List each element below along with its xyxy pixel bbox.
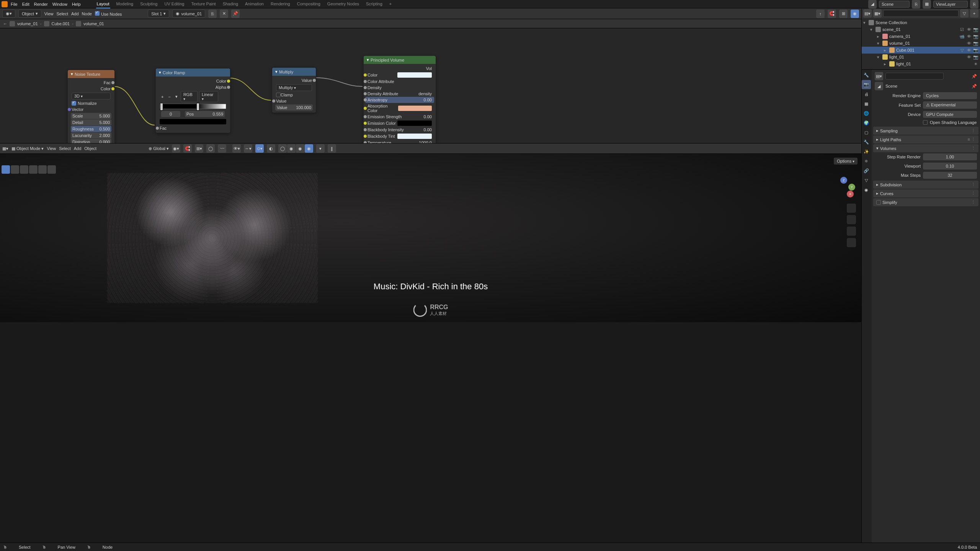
max-steps-field[interactable]: 32 (923, 172, 977, 179)
outliner-type-dropdown[interactable]: ▤▾ (863, 9, 872, 18)
tab-object[interactable]: ▢ (862, 128, 871, 137)
render-toggle[interactable]: 📷 (973, 27, 978, 32)
axis-x[interactable]: X (847, 191, 854, 197)
ramp-menu-button[interactable]: ▾ (174, 94, 179, 99)
object-mode-dropdown[interactable]: Object ▾ (18, 10, 41, 18)
detail-field[interactable]: Detail5.000 (71, 119, 111, 126)
tab-tool[interactable]: 🔧 (862, 70, 871, 80)
tool-transform[interactable] (47, 165, 56, 174)
overlay-button[interactable]: ⊙▾ (255, 144, 264, 153)
tab-particles[interactable]: ✨ (862, 147, 871, 156)
scene-icon[interactable]: ◢ (868, 0, 877, 8)
tab-constraints[interactable]: 🔗 (862, 166, 871, 175)
breadcrumb-mesh[interactable]: Cube.001 (52, 21, 70, 26)
object-camera[interactable]: camera_01 (889, 34, 910, 39)
density-attr-value[interactable]: density (418, 91, 432, 96)
tab-sculpting[interactable]: Sculpting (139, 0, 158, 8)
lacunarity-field[interactable]: Lacunarity2.000 (71, 132, 111, 139)
shading-solid[interactable]: ◉ (287, 144, 296, 153)
render-engine-dropdown[interactable]: Cycles (923, 92, 977, 99)
tool-select[interactable] (2, 165, 10, 174)
menu-file[interactable]: File (11, 2, 18, 7)
ramp-add-button[interactable]: + (160, 95, 165, 99)
outliner-new-coll[interactable]: + (970, 9, 978, 18)
volumes-section[interactable]: ▾ Volumes⋮ (873, 144, 978, 152)
absorption-swatch[interactable] (398, 106, 432, 111)
tab-physics[interactable]: ⚛ (862, 156, 871, 166)
nav-gizmo[interactable]: Z Y X (832, 177, 855, 200)
material-new-button[interactable]: ⎘ (208, 10, 217, 18)
ramp-remove-button[interactable]: − (167, 95, 172, 99)
menu-add[interactable]: Add (71, 11, 79, 16)
feature-set-dropdown[interactable]: ⚠ Experimental (923, 101, 977, 109)
object-cube[interactable]: Cube.001 (896, 48, 915, 52)
noise-texture-node[interactable]: ▾ Noise Texture Fac Color 3D ▾ Normalize… (67, 70, 115, 143)
light-data[interactable]: light_01 (896, 62, 911, 66)
principled-volume-node[interactable]: ▾ Principled Volume Vol Color Color Attr… (363, 55, 436, 143)
axis-y[interactable]: Y (848, 184, 855, 191)
dimensions-dropdown[interactable]: 3D ▾ (72, 93, 111, 99)
snap-toggle[interactable]: 🧲 (183, 144, 192, 153)
pan-icon[interactable] (847, 215, 856, 224)
options-dropdown[interactable]: Options ▾ (834, 158, 858, 165)
tool-move[interactable] (20, 165, 28, 174)
parent-node-button[interactable]: ↑ (816, 10, 825, 18)
tab-animation[interactable]: Animation (244, 0, 265, 8)
exclude-toggle[interactable]: ☑ (959, 27, 965, 32)
emission-strength-value[interactable]: 0.00 (424, 114, 432, 119)
add-workspace-button[interactable]: + (389, 0, 392, 8)
subdivision-section[interactable]: ▸ Subdivision⋮ (873, 181, 978, 189)
menu-select[interactable]: Select (56, 11, 68, 16)
tab-geonodes[interactable]: Geometry Nodes (327, 0, 360, 8)
shading-preview-button[interactable]: ◉ (851, 10, 859, 18)
pivot-button[interactable]: ◉▾ (172, 144, 180, 153)
tab-render[interactable]: 📷 (862, 80, 871, 89)
ramp-colormode-dropdown[interactable]: RGB ▾ (181, 91, 198, 102)
viewlayer-icon[interactable]: ▦ (923, 0, 931, 8)
scene-name[interactable]: Scene (885, 84, 897, 88)
orientation-dropdown[interactable]: ⊕ Global ▾ (149, 146, 169, 151)
viewlayer-new-button[interactable]: ⎘ (970, 0, 978, 8)
shading-rendered[interactable]: ◉ (305, 144, 313, 153)
ramp-interp-dropdown[interactable]: Linear ▾ (199, 91, 218, 102)
tab-compositing[interactable]: Compositing (296, 0, 321, 8)
use-nodes-checkbox[interactable]: Use Nodes (95, 11, 122, 16)
mode-dropdown[interactable]: ▦ Object Mode ▾ (11, 146, 44, 151)
tool-cursor[interactable] (11, 165, 19, 174)
render-toggle[interactable]: 📷 (973, 48, 978, 53)
blackbody-intensity-value[interactable]: 0.00 (424, 127, 432, 132)
viewport-step-field[interactable]: 0.10 (923, 163, 977, 170)
proportional-type-button[interactable]: 〰 (218, 144, 226, 153)
tab-output[interactable]: 🖨 (862, 90, 871, 99)
object-light[interactable]: light_01 (889, 55, 904, 59)
anisotropy-value[interactable]: 0.00 (424, 98, 432, 102)
tool-scale[interactable] (38, 165, 47, 174)
outliner-view-dropdown[interactable]: ▦▾ (873, 9, 882, 18)
color-ramp-node[interactable]: ▾ Color Ramp Color Alpha + − ▾ RGB ▾ Lin… (155, 68, 230, 133)
light-paths-section[interactable]: ▸ Light Paths≡ ⋮ (873, 135, 978, 143)
scene-new-button[interactable]: ⎘ (912, 0, 920, 8)
ramp-index-field[interactable]: 0 (161, 111, 180, 117)
pause-render[interactable]: ‖ (328, 144, 336, 153)
shading-wireframe[interactable]: ◯ (278, 144, 287, 153)
breadcrumb-object[interactable]: volume_01 (17, 21, 38, 26)
xray-button[interactable]: ◐ (267, 144, 275, 153)
render-toggle[interactable]: 📷 (973, 55, 978, 60)
material-dropdown[interactable]: ◉ volume_01 (172, 10, 205, 18)
eye-toggle[interactable]: 👁 (966, 27, 972, 32)
3d-viewport[interactable]: Options ▾ Z Y X Music: DivKid - Rich in … (0, 154, 861, 322)
scale-field[interactable]: Scale5.000 (71, 113, 111, 119)
render-toggle[interactable]: 📷 (973, 34, 978, 39)
value-field[interactable]: Value100.000 (275, 104, 313, 111)
object-volume[interactable]: volume_01 (889, 41, 910, 46)
eye-toggle[interactable]: 👁 (966, 55, 972, 60)
node-header[interactable]: ▾ Multiply (272, 68, 316, 76)
multiply-node[interactable]: ▾ Multiply Value Multiply ▾ Clamp Value … (272, 67, 316, 113)
eye-toggle[interactable]: 👁 (966, 34, 972, 39)
camera-icon[interactable] (847, 227, 856, 236)
blackbody-tint-swatch[interactable] (397, 134, 432, 139)
menu-object[interactable]: Object (84, 146, 96, 151)
outliner-filter[interactable]: ▽ (960, 9, 969, 18)
roughness-field[interactable]: Roughness0.500 (71, 126, 111, 132)
simplify-section[interactable]: Simplify⋮ (873, 198, 978, 206)
